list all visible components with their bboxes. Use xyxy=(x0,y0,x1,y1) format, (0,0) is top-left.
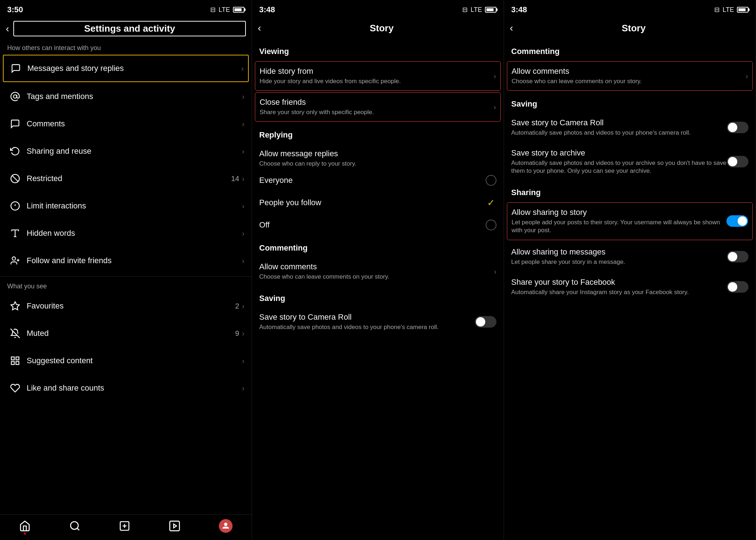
menu-item-follow[interactable]: Follow and invite friends › xyxy=(0,247,252,274)
menu-item-likeshare[interactable]: Like and share counts › xyxy=(0,374,252,402)
viewing-heading: Viewing xyxy=(252,40,504,60)
allow-sharing-msg-text: Allow sharing to messages Let people sha… xyxy=(511,247,727,266)
allow-sharing-story-text: Allow sharing to story Let people add yo… xyxy=(512,208,726,234)
back-button-2[interactable]: ‹ xyxy=(258,22,261,34)
menu-item-suggested[interactable]: Suggested content › xyxy=(0,347,252,374)
allow-comments-text-3: Allow comments Choose who can leave comm… xyxy=(512,67,746,85)
time-2: 3:48 xyxy=(259,5,275,14)
nav-add[interactable] xyxy=(119,520,130,532)
allow-sharing-msg-toggle[interactable] xyxy=(727,251,748,262)
time-1: 3:50 xyxy=(7,5,23,14)
menu-item-messages[interactable]: Messages and story replies › xyxy=(3,55,249,82)
chevron-restricted: › xyxy=(242,175,244,183)
save-camera-title-2: Save story to Camera Roll xyxy=(259,312,475,322)
nav-search[interactable] xyxy=(69,520,81,532)
close-friends-title: Close friends xyxy=(260,98,494,107)
share-facebook-desc: Automatically share your Instagram story… xyxy=(511,288,727,296)
checkmark-icon: ✓ xyxy=(487,197,495,208)
menu-item-favourites[interactable]: Favourites 2 › xyxy=(0,292,252,320)
allow-comments-desc-2: Choose who can leave comments on your st… xyxy=(259,273,494,281)
chevron-sharing: › xyxy=(242,147,244,156)
menu-item-muted[interactable]: Muted 9 › xyxy=(0,320,252,347)
back-button-3[interactable]: ‹ xyxy=(510,22,513,34)
save-archive-toggle[interactable] xyxy=(727,156,748,167)
sim-icon-3: ⊟ xyxy=(714,6,720,14)
chevron-allow-comments-2: › xyxy=(494,267,496,276)
nav-reels[interactable] xyxy=(169,520,180,532)
chevron-allow-comments-3: › xyxy=(746,72,748,80)
header-1: ‹ Settings and activity xyxy=(0,18,252,41)
back-button-1[interactable]: ‹ xyxy=(6,23,9,35)
svg-point-0 xyxy=(13,95,17,98)
network-3: LTE xyxy=(723,6,734,14)
close-friends-item[interactable]: Close friends Share your story only with… xyxy=(255,92,501,122)
allow-sharing-msg-title: Allow sharing to messages xyxy=(511,247,727,257)
menu-item-tags[interactable]: Tags and mentions › xyxy=(0,83,252,110)
svg-rect-22 xyxy=(170,521,180,531)
save-camera-toggle-3[interactable] xyxy=(727,122,748,133)
chevron-favourites: › xyxy=(242,302,244,310)
page-title-1: Settings and activity xyxy=(13,21,246,36)
menu-item-comments[interactable]: Comments › xyxy=(0,110,252,138)
section-label-2: What you see xyxy=(0,279,252,292)
allow-sharing-story-desc: Let people add your posts to their story… xyxy=(512,219,726,234)
message-circle-icon xyxy=(8,60,24,76)
hide-story-desc: Hide your story and live videos from spe… xyxy=(260,77,494,85)
grid-icon xyxy=(7,353,23,369)
save-camera-text-3: Save story to Camera Roll Automatically … xyxy=(511,118,727,137)
menu-item-likeshare-label: Like and share counts xyxy=(27,383,242,393)
svg-marker-11 xyxy=(11,302,19,310)
reply-everyone[interactable]: Everyone xyxy=(252,169,504,192)
svg-rect-14 xyxy=(16,357,19,360)
chevron-tags: › xyxy=(242,93,244,101)
menu-item-sharing[interactable]: Sharing and reuse › xyxy=(0,138,252,165)
chevron-muted: › xyxy=(242,329,244,338)
save-camera-item-2[interactable]: Save story to Camera Roll Automatically … xyxy=(252,307,504,337)
allow-sharing-story-toggle[interactable] xyxy=(726,215,748,227)
share-facebook-toggle[interactable] xyxy=(727,281,748,293)
page-title-2: Story xyxy=(265,23,498,34)
allow-comments-desc-3: Choose who can leave comments on your st… xyxy=(512,77,746,85)
status-icons-3: ⊟ LTE xyxy=(714,6,748,14)
allow-sharing-story-item[interactable]: Allow sharing to story Let people add yo… xyxy=(507,202,753,240)
nav-home[interactable] xyxy=(19,520,31,532)
content-area-2: Viewing Hide story from Hide your story … xyxy=(252,40,504,540)
menu-item-limit[interactable]: Limit interactions › xyxy=(0,192,252,220)
nav-profile[interactable] xyxy=(219,519,233,533)
allow-comments-item-3[interactable]: Allow comments Choose who can leave comm… xyxy=(507,61,753,91)
header-2: ‹ Story xyxy=(252,18,504,40)
save-camera-text-2: Save story to Camera Roll Automatically … xyxy=(259,312,475,331)
close-friends-text: Close friends Share your story only with… xyxy=(260,98,494,116)
menu-item-hidden[interactable]: Hidden words › xyxy=(0,220,252,247)
reply-off[interactable]: Off xyxy=(252,214,504,236)
section-label-1: How others can interact with you xyxy=(0,41,252,54)
share-facebook-item[interactable]: Share your story to Facebook Automatical… xyxy=(504,272,756,302)
status-bar-2: 3:48 ⊟ LTE xyxy=(252,0,504,18)
svg-rect-13 xyxy=(12,357,14,360)
save-camera-item-3[interactable]: Save story to Camera Roll Automatically … xyxy=(504,112,756,143)
commenting-heading-2: Commenting xyxy=(252,236,504,256)
save-archive-title: Save story to archive xyxy=(511,148,727,158)
allow-replies-desc: Choose who can reply to your story. xyxy=(259,160,356,168)
save-camera-toggle-2[interactable] xyxy=(475,316,496,328)
heart-icon xyxy=(7,380,23,396)
network-1: LTE xyxy=(219,6,230,14)
bell-off-icon xyxy=(7,325,23,341)
menu-item-limit-label: Limit interactions xyxy=(27,201,242,211)
battery-icon-3 xyxy=(737,7,748,13)
svg-line-18 xyxy=(77,528,79,530)
page-title-3: Story xyxy=(517,23,750,34)
menu-item-muted-label: Muted xyxy=(27,329,235,338)
save-camera-title-3: Save story to Camera Roll xyxy=(511,118,727,127)
battery-icon-2 xyxy=(485,7,496,13)
menu-item-restricted-label: Restricted xyxy=(27,174,231,183)
save-archive-item[interactable]: Save story to archive Automatically save… xyxy=(504,143,756,181)
reply-people-follow[interactable]: People you follow ✓ xyxy=(252,192,504,214)
restricted-badge: 14 xyxy=(231,175,239,183)
menu-item-suggested-label: Suggested content xyxy=(27,356,242,365)
allow-comments-item-2[interactable]: Allow comments Choose who can leave comm… xyxy=(252,256,504,287)
saving-heading-2: Saving xyxy=(252,287,504,307)
hide-story-item[interactable]: Hide story from Hide your story and live… xyxy=(255,61,501,91)
allow-sharing-msg-item[interactable]: Allow sharing to messages Let people sha… xyxy=(504,242,756,272)
menu-item-restricted[interactable]: Restricted 14 › xyxy=(0,165,252,192)
